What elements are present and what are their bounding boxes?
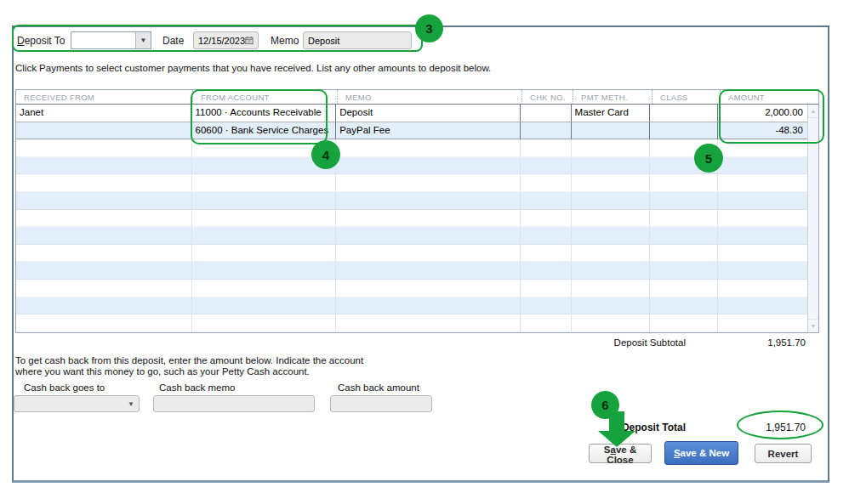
grid-cell[interactable] <box>521 105 572 122</box>
grid-cell[interactable] <box>192 314 337 331</box>
grid-cell[interactable] <box>572 139 651 156</box>
grid-cell[interactable] <box>521 227 572 244</box>
grid-cell[interactable] <box>521 297 572 314</box>
grid-cell[interactable] <box>336 210 521 227</box>
grid-cell[interactable] <box>521 174 572 191</box>
grid-cell[interactable] <box>192 227 337 244</box>
date-field[interactable]: 12/15/2023 <box>193 31 259 49</box>
grid-cell[interactable] <box>572 227 651 244</box>
grid-cell[interactable]: 60600 · Bank Service Charges <box>192 122 337 140</box>
grid-cell[interactable] <box>521 262 572 279</box>
grid-cell[interactable]: Janet <box>16 105 192 122</box>
grid-cell[interactable] <box>16 139 192 156</box>
grid-cell[interactable] <box>650 192 718 209</box>
chevron-down-icon[interactable]: ▼ <box>128 400 134 408</box>
grid-cell[interactable] <box>16 122 192 140</box>
grid-cell[interactable] <box>16 192 192 209</box>
grid-cell[interactable] <box>336 227 521 244</box>
grid-cell[interactable] <box>572 314 651 331</box>
scroll-up-icon[interactable]: ▲ <box>808 105 818 118</box>
save-and-close-button[interactable]: Save & Close <box>589 444 652 463</box>
grid-cell[interactable] <box>336 139 521 156</box>
grid-cell[interactable] <box>192 297 337 314</box>
grid-cell[interactable] <box>650 105 718 122</box>
grid-cell[interactable] <box>336 192 521 209</box>
grid-cell[interactable] <box>521 192 572 209</box>
grid-column-header[interactable]: MEMO <box>337 90 521 104</box>
grid-cell[interactable] <box>650 262 718 279</box>
grid-cell[interactable] <box>16 297 192 314</box>
grid-cell[interactable] <box>650 174 718 191</box>
grid-cell[interactable]: Master Card <box>572 105 651 122</box>
grid-cell[interactable]: 2,000.00 <box>718 105 807 122</box>
grid-cell[interactable] <box>572 122 651 140</box>
grid-cell[interactable] <box>336 297 521 314</box>
grid-cell[interactable] <box>336 174 521 191</box>
grid-column-header[interactable]: CHK NO. <box>521 90 573 104</box>
grid-cell[interactable] <box>336 157 521 174</box>
grid-cell[interactable] <box>16 314 192 331</box>
cashback-goes-to-dropdown[interactable]: ▼ <box>14 395 140 412</box>
grid-cell[interactable] <box>16 174 192 191</box>
grid-cell[interactable] <box>336 245 521 262</box>
grid-cell[interactable] <box>572 210 651 227</box>
grid-cell[interactable] <box>336 280 521 297</box>
grid-cell[interactable] <box>16 227 192 244</box>
grid-column-header[interactable]: AMOUNT <box>720 90 818 104</box>
grid-cell[interactable] <box>572 245 651 262</box>
grid-cell[interactable] <box>16 262 192 279</box>
grid-cell[interactable] <box>521 122 572 140</box>
cashback-amount-field[interactable] <box>330 395 432 412</box>
grid-cell[interactable] <box>650 280 718 297</box>
grid-cell[interactable] <box>572 297 651 314</box>
chevron-down-icon[interactable]: ▼ <box>135 32 151 48</box>
grid-cell[interactable]: PayPal Fee <box>336 122 521 140</box>
memo-field[interactable]: Deposit <box>303 31 412 49</box>
grid-cell[interactable] <box>192 280 337 297</box>
grid-cell[interactable] <box>16 157 192 174</box>
grid-column-header[interactable]: RECEIVED FROM <box>16 90 192 104</box>
grid-cell[interactable]: -48.30 <box>718 122 807 140</box>
grid-cell[interactable]: 11000 · Accounts Receivable <box>192 105 337 122</box>
revert-button[interactable]: Revert <box>755 444 812 463</box>
grid-cell[interactable] <box>718 227 807 244</box>
grid-cell[interactable] <box>650 122 718 140</box>
grid-scrollbar[interactable]: ▲ ▼ <box>807 105 818 332</box>
grid-cell[interactable] <box>572 280 651 297</box>
deposit-to-dropdown[interactable]: 100 · Checking ▼ <box>71 31 151 49</box>
grid-cell[interactable] <box>192 192 337 209</box>
scroll-down-icon[interactable]: ▼ <box>808 319 818 332</box>
grid-cell[interactable] <box>650 210 718 227</box>
grid-cell[interactable] <box>192 174 337 191</box>
grid-cell[interactable] <box>336 262 521 279</box>
grid-cell[interactable] <box>572 192 651 209</box>
grid-cell[interactable] <box>192 262 337 279</box>
grid-cell[interactable] <box>718 245 807 262</box>
grid-cell[interactable] <box>192 210 337 227</box>
grid-cell[interactable] <box>521 210 572 227</box>
grid-cell[interactable] <box>718 139 807 156</box>
grid-cell[interactable] <box>718 192 807 209</box>
grid-cell[interactable] <box>16 245 192 262</box>
grid-cell[interactable] <box>650 227 718 244</box>
grid-cell[interactable] <box>650 297 718 314</box>
grid-cell[interactable] <box>521 280 572 297</box>
grid-cell[interactable] <box>650 245 718 262</box>
grid-cell[interactable] <box>192 245 337 262</box>
grid-cell[interactable] <box>521 314 572 331</box>
grid-cell[interactable] <box>572 174 651 191</box>
grid-cell[interactable] <box>521 139 572 156</box>
cashback-memo-field[interactable] <box>153 395 315 412</box>
grid-cell[interactable] <box>718 280 807 297</box>
grid-cell[interactable] <box>650 314 718 331</box>
grid-column-header[interactable]: PMT METH. <box>573 90 652 104</box>
grid-cell[interactable] <box>572 262 651 279</box>
grid-cell[interactable] <box>718 262 807 279</box>
grid-column-header[interactable]: CLASS <box>652 90 720 104</box>
grid-cell[interactable] <box>521 245 572 262</box>
grid-cell[interactable] <box>336 314 521 331</box>
grid-cell[interactable] <box>521 157 572 174</box>
grid-cell[interactable] <box>718 157 807 174</box>
calendar-icon[interactable] <box>245 36 254 45</box>
grid-cell[interactable] <box>718 314 807 331</box>
